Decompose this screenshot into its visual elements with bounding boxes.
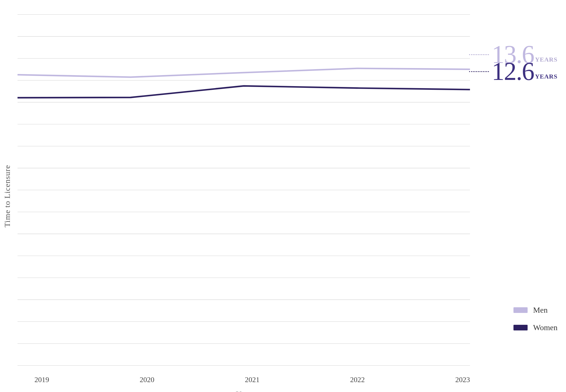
dotted-line-men [469,54,489,55]
women-years-label: YEARS [535,73,558,84]
right-panel: 13.6 YEARS 12.6 YEARS Men [470,8,566,372]
x-label-2022: 2022 [350,376,365,384]
legend-area: Men Women [513,306,558,332]
x-label-2019: 2019 [34,376,49,384]
chart-container: Time to Licensure [0,0,566,392]
legend-label-men: Men [533,306,548,315]
chart-area: 0 1 2 3 4 5 6 7 8 9 10 11 12 13 14 15 16 [18,8,566,372]
legend-label-women: Women [533,323,558,332]
chart-main: 0 1 2 3 4 5 6 7 8 9 10 11 12 13 14 15 16 [18,0,566,392]
y-axis-label: Time to Licensure [0,0,18,392]
x-label-2021: 2021 [245,376,260,384]
men-line [18,68,470,77]
women-line [18,86,470,98]
x-label-2020: 2020 [140,376,154,384]
women-value: 12.6 [492,59,534,84]
legend-item-men: Men [513,306,558,315]
dotted-line-women [469,71,489,72]
legend-swatch-men [513,307,528,313]
x-axis-title: Year [18,384,566,392]
x-label-2023: 2023 [455,376,470,384]
annotation-women: 12.6 YEARS [469,59,558,84]
grid-and-plot: 0 1 2 3 4 5 6 7 8 9 10 11 12 13 14 15 16 [18,8,470,372]
legend-swatch-women [513,325,528,330]
chart-svg: 0 1 2 3 4 5 6 7 8 9 10 11 12 13 14 15 16 [18,8,470,372]
legend-item-women: Women [513,323,558,332]
